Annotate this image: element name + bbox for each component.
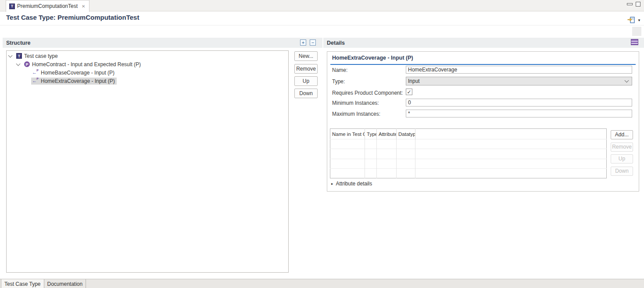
- chevron-down-icon[interactable]: [8, 53, 13, 57]
- attribute-details-label: Attribute details: [336, 181, 372, 187]
- collapse-all-icon[interactable]: −: [310, 39, 316, 46]
- details-section-header: Details: [323, 38, 644, 48]
- minimum-instances-field[interactable]: [406, 99, 632, 107]
- attribute-details-expander[interactable]: ▸ Attribute details: [331, 181, 372, 187]
- page-title: Test Case Type: PremiumComputationTest: [6, 14, 139, 21]
- editor-tab-premiumcomputationtest[interactable]: T PremiumComputationTest ✕: [6, 0, 89, 12]
- check-icon: ✓: [407, 89, 411, 95]
- test-case-type-icon: T: [9, 4, 15, 9]
- table-row: [330, 159, 607, 168]
- sections-toggle-icon[interactable]: [631, 39, 638, 45]
- tree-item-label: Test case type: [24, 53, 58, 59]
- maximize-icon[interactable]: [636, 2, 640, 7]
- minimize-icon[interactable]: [627, 3, 633, 5]
- chevron-down-icon[interactable]: ▼: [637, 18, 641, 22]
- table-row: [330, 168, 607, 178]
- requires-product-component-label: Requires Product Component:: [332, 90, 403, 96]
- tree-item-label: HomeContract - Input and Expected Result…: [32, 61, 141, 68]
- details-header-label: Details: [327, 40, 345, 46]
- table-row: [330, 149, 607, 159]
- tab-test-case-type[interactable]: Test Case Type: [1, 279, 44, 288]
- up-button[interactable]: Up: [294, 76, 318, 86]
- test-parameter-icon: ← P: [32, 70, 39, 75]
- tree-item-label: HomeExtraCoverage - Input (P): [41, 78, 115, 84]
- context-help-icon[interactable]: [627, 16, 635, 24]
- table-header-row: Name in Test Case Type Attribute Datatyp…: [330, 129, 607, 139]
- name-label: Name:: [332, 67, 347, 73]
- editor-page-tabs: Test Case Type Documentation: [0, 279, 644, 288]
- editor-tab-bar: [0, 0, 644, 11]
- column-header-type[interactable]: Type: [365, 129, 377, 139]
- policy-component-icon: P: [24, 61, 30, 67]
- table-row: [330, 139, 607, 149]
- tree-item-homecontract[interactable]: P HomeContract - Input and Expected Resu…: [7, 60, 143, 68]
- tree-item-test-case-type[interactable]: T Test case type: [7, 52, 60, 60]
- test-case-type-icon: T: [16, 53, 22, 59]
- twistie-collapsed-icon: ▸: [331, 181, 333, 186]
- close-icon[interactable]: ✕: [82, 4, 85, 9]
- attributes-table[interactable]: Name in Test Case Type Attribute Datatyp…: [330, 128, 607, 178]
- maximum-instances-label: Maximum Instances:: [332, 111, 380, 117]
- column-header-attribute[interactable]: Attribute: [377, 129, 397, 139]
- new-button[interactable]: New...: [294, 51, 318, 61]
- type-selected-value: Input: [408, 78, 420, 84]
- editor-tab-label: PremiumComputationTest: [17, 3, 78, 9]
- expand-all-icon[interactable]: +: [300, 39, 306, 46]
- column-header-spacer: [415, 129, 607, 139]
- test-parameter-icon: ← P: [32, 78, 39, 84]
- selected-tree-item[interactable]: ← P HomeExtraCoverage - Input (P): [31, 78, 117, 85]
- structure-header-label: Structure: [6, 40, 31, 46]
- structure-section-header: Structure: [3, 38, 322, 48]
- test-case-type-editor: T PremiumComputationTest ✕ Test Case Typ…: [0, 0, 644, 288]
- remove-button[interactable]: Remove: [294, 64, 318, 74]
- section-title-rule: [330, 64, 636, 65]
- title-separator: [0, 25, 644, 25]
- column-header-datatype[interactable]: Datatype: [397, 129, 415, 139]
- type-dropdown[interactable]: Input: [406, 77, 632, 85]
- toolbar-placeholder: [632, 27, 641, 36]
- details-section-title: HomeExtraCoverage - Input (P): [332, 55, 413, 61]
- add-button[interactable]: Add...: [611, 130, 633, 139]
- tree-item-label: HomeBaseCoverage - Input (P): [41, 70, 114, 76]
- column-header-name-in-test-case[interactable]: Name in Test Case: [330, 129, 365, 139]
- table-down-button[interactable]: Down: [611, 167, 633, 176]
- table-up-button[interactable]: Up: [611, 154, 633, 164]
- name-field[interactable]: [406, 66, 632, 74]
- tree-item-homebasecoverage[interactable]: ← P HomeBaseCoverage - Input (P): [7, 68, 116, 77]
- tree-item-homeextracoverage[interactable]: ← P HomeExtraCoverage - Input (P): [7, 77, 117, 85]
- type-label: Type:: [332, 78, 345, 85]
- down-button[interactable]: Down: [294, 89, 318, 98]
- chevron-down-icon[interactable]: [16, 61, 21, 66]
- maximum-instances-field[interactable]: [406, 110, 632, 117]
- minimum-instances-label: Minimum Instances:: [332, 100, 379, 106]
- table-remove-button[interactable]: Remove: [611, 142, 633, 152]
- chevron-down-icon: [625, 78, 629, 83]
- tab-documentation[interactable]: Documentation: [44, 279, 86, 288]
- requires-product-component-checkbox[interactable]: ✓: [406, 89, 412, 95]
